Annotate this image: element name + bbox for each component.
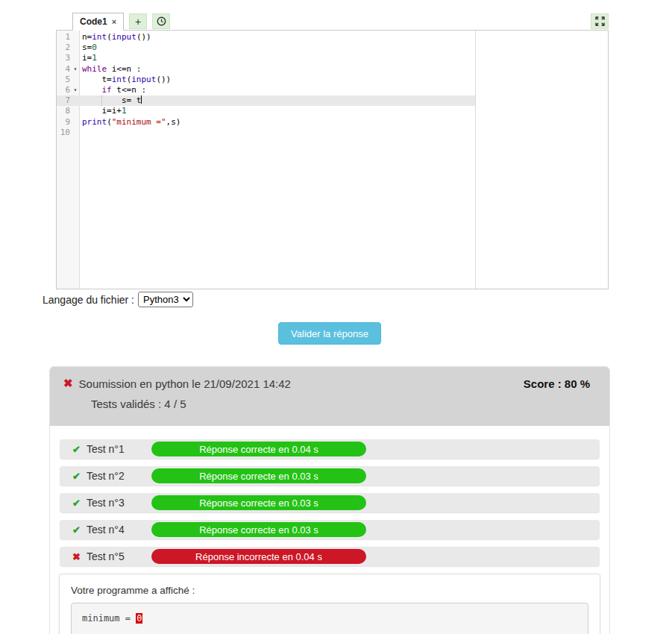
tab-close-icon[interactable]: × xyxy=(112,17,116,26)
code-token: ( xyxy=(107,117,112,127)
history-button[interactable] xyxy=(152,13,170,29)
page: Code1 × + 1n=int(inpu xyxy=(0,0,672,634)
fold-spacer xyxy=(72,32,79,43)
fold-spacer xyxy=(72,53,79,63)
test-name: Test n°5 xyxy=(87,550,125,562)
code-token: t= xyxy=(82,75,112,84)
line-number: 8 xyxy=(57,106,72,116)
code-line[interactable]: 10 xyxy=(57,128,475,138)
code-line[interactable]: 9print("minimum =",s) xyxy=(57,117,475,128)
fold-spacer xyxy=(72,75,79,85)
code-line[interactable]: 3i=1 xyxy=(57,53,475,63)
line-gutter: 1 xyxy=(57,32,79,43)
language-select[interactable]: Python3 xyxy=(138,292,193,307)
code-line[interactable]: 8 i=i+1 xyxy=(57,106,475,116)
test-row[interactable]: ✔Test n°3Réponse correcte en 0.03 s xyxy=(60,493,600,512)
code-line[interactable]: 1n=int(input()) xyxy=(57,32,475,43)
code-token: 1 xyxy=(92,53,97,63)
line-gutter: 9 xyxy=(57,117,79,128)
code-token: i<=n : xyxy=(107,64,141,74)
code-line[interactable]: 5 t=int(input()) xyxy=(57,75,475,85)
line-gutter: 2 xyxy=(57,43,79,53)
score-label: Score : 80 % xyxy=(524,377,590,390)
code-token: s= t xyxy=(82,95,141,105)
code-text: while i<=n : xyxy=(79,64,141,75)
code-token: while xyxy=(82,64,107,74)
code-token: print xyxy=(82,117,107,127)
code-token: n= xyxy=(82,32,92,42)
fold-spacer xyxy=(72,95,79,106)
editor-side-panel xyxy=(476,31,608,289)
code-token: input xyxy=(131,75,156,84)
code-token: i= xyxy=(82,53,92,63)
line-gutter: 4▾ xyxy=(57,64,79,75)
output-text: minimum = xyxy=(82,613,136,624)
code-token: input xyxy=(112,32,136,42)
clock-icon xyxy=(157,16,166,26)
test-list: ✔Test n°1Réponse correcte en 0.04 s✔Test… xyxy=(50,426,609,566)
code-token: 1 xyxy=(122,106,127,116)
check-icon: ✔ xyxy=(72,471,84,482)
code-line[interactable]: 2s=0 xyxy=(57,43,475,53)
code-text: n=int(input()) xyxy=(79,32,151,43)
line-number: 9 xyxy=(57,117,72,128)
code-token: ( xyxy=(107,32,112,42)
code-token: if xyxy=(102,85,112,95)
line-gutter: 7 xyxy=(57,95,79,106)
test-row[interactable]: ✖Test n°5Réponse incorrecte en 0.04 s xyxy=(60,547,600,566)
line-number: 10 xyxy=(57,128,72,138)
test-result-badge: Réponse correcte en 0.03 s xyxy=(151,468,366,483)
test-result-badge: Réponse incorrecte en 0.04 s xyxy=(151,549,366,564)
code-token: int xyxy=(92,32,107,42)
validate-answer-button[interactable]: Valider la réponse xyxy=(278,322,381,345)
line-gutter: 5 xyxy=(57,75,79,85)
program-output-label: Votre programme a affiché : xyxy=(71,585,588,596)
test-row[interactable]: ✔Test n°1Réponse correcte en 0.04 s xyxy=(60,439,600,459)
line-number: 6 xyxy=(57,85,72,95)
results-header: ✖ Soumission en python le 21/09/2021 14:… xyxy=(50,367,609,426)
indent-guide xyxy=(101,95,102,106)
code-token: i=i+ xyxy=(82,106,122,116)
test-row[interactable]: ✔Test n°4Réponse correcte en 0.03 s xyxy=(60,520,600,539)
program-output: minimum = 0 xyxy=(71,603,588,634)
line-number: 3 xyxy=(57,53,72,63)
code-token: "minimum =" xyxy=(112,117,166,127)
code-token: s= xyxy=(82,43,92,52)
language-row: Langage du fichier : Python3 xyxy=(43,292,193,307)
code-line[interactable]: 4▾while i<=n : xyxy=(57,64,475,75)
fold-spacer xyxy=(72,117,79,128)
language-label: Langage du fichier : xyxy=(43,294,134,306)
code-text xyxy=(79,128,82,138)
line-number: 4 xyxy=(57,64,72,75)
fold-spacer xyxy=(72,43,79,53)
add-tab-button[interactable]: + xyxy=(129,13,147,29)
line-number: 5 xyxy=(57,75,72,85)
tab-code1[interactable]: Code1 × xyxy=(72,13,124,31)
fold-arrow-icon[interactable]: ▾ xyxy=(72,85,79,95)
code-token: int xyxy=(112,75,127,84)
code-line[interactable]: 7 s= t xyxy=(57,95,475,106)
submission-fail-icon: ✖ xyxy=(63,377,73,390)
plus-icon: + xyxy=(135,16,141,28)
tests-summary: Tests validés : 4 / 5 xyxy=(91,398,590,410)
code-token: ()) xyxy=(136,32,151,42)
test-result-badge: Réponse correcte en 0.04 s xyxy=(151,442,366,456)
editor-tab-bar: Code1 × + xyxy=(56,13,609,30)
tab-code1-label: Code1 xyxy=(80,16,107,27)
submission-results-panel: ✖ Soumission en python le 21/09/2021 14:… xyxy=(49,366,610,634)
test-row[interactable]: ✔Test n°2Réponse correcte en 0.03 s xyxy=(60,466,600,486)
fullscreen-button[interactable] xyxy=(591,13,609,29)
code-editor[interactable]: 1n=int(input())2s=03i=14▾while i<=n :5 t… xyxy=(57,31,476,289)
line-gutter: 8 xyxy=(57,106,79,116)
code-line[interactable]: 6▾ if t<=n : xyxy=(57,85,475,95)
fold-arrow-icon[interactable]: ▾ xyxy=(72,64,79,75)
line-number: 2 xyxy=(57,43,72,53)
test-detail-box: Votre programme a affiché : minimum = 0 xyxy=(59,574,600,634)
check-icon: ✔ xyxy=(72,498,84,509)
line-gutter: 6▾ xyxy=(57,85,79,95)
submission-title: Soumission en python le 21/09/2021 14:42 xyxy=(79,377,291,390)
code-token xyxy=(82,85,102,95)
test-result-badge: Réponse correcte en 0.03 s xyxy=(151,495,366,510)
test-name: Test n°4 xyxy=(87,524,125,536)
test-result-badge: Réponse correcte en 0.03 s xyxy=(151,522,366,537)
